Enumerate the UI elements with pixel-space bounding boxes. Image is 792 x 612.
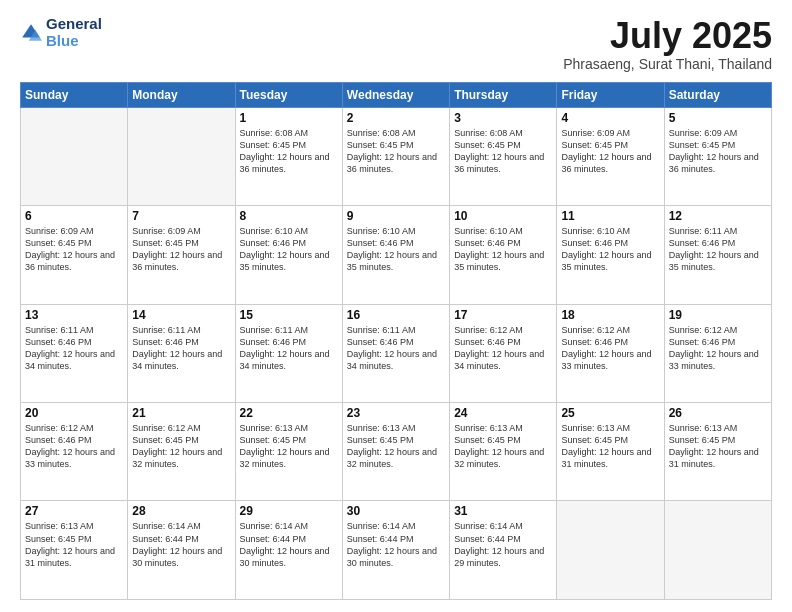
day-info: Sunrise: 6:09 AM Sunset: 6:45 PM Dayligh…: [25, 225, 123, 274]
calendar-cell: 20Sunrise: 6:12 AM Sunset: 6:46 PM Dayli…: [21, 403, 128, 501]
calendar-cell: 10Sunrise: 6:10 AM Sunset: 6:46 PM Dayli…: [450, 206, 557, 304]
calendar-cell: 25Sunrise: 6:13 AM Sunset: 6:45 PM Dayli…: [557, 403, 664, 501]
col-friday: Friday: [557, 82, 664, 107]
month-title: July 2025: [563, 16, 772, 56]
calendar-cell: 9Sunrise: 6:10 AM Sunset: 6:46 PM Daylig…: [342, 206, 449, 304]
day-number: 23: [347, 406, 445, 420]
calendar-cell: [557, 501, 664, 600]
calendar-cell: 4Sunrise: 6:09 AM Sunset: 6:45 PM Daylig…: [557, 107, 664, 205]
title-block: July 2025 Phrasaeng, Surat Thani, Thaila…: [563, 16, 772, 72]
day-number: 24: [454, 406, 552, 420]
day-number: 5: [669, 111, 767, 125]
col-saturday: Saturday: [664, 82, 771, 107]
day-number: 25: [561, 406, 659, 420]
day-info: Sunrise: 6:14 AM Sunset: 6:44 PM Dayligh…: [132, 520, 230, 569]
col-thursday: Thursday: [450, 82, 557, 107]
day-info: Sunrise: 6:11 AM Sunset: 6:46 PM Dayligh…: [669, 225, 767, 274]
day-number: 2: [347, 111, 445, 125]
calendar-cell: 6Sunrise: 6:09 AM Sunset: 6:45 PM Daylig…: [21, 206, 128, 304]
calendar-week-3: 20Sunrise: 6:12 AM Sunset: 6:46 PM Dayli…: [21, 403, 772, 501]
day-number: 1: [240, 111, 338, 125]
calendar-cell: 23Sunrise: 6:13 AM Sunset: 6:45 PM Dayli…: [342, 403, 449, 501]
day-number: 30: [347, 504, 445, 518]
subtitle: Phrasaeng, Surat Thani, Thailand: [563, 56, 772, 72]
day-info: Sunrise: 6:11 AM Sunset: 6:46 PM Dayligh…: [240, 324, 338, 373]
calendar-header-row: Sunday Monday Tuesday Wednesday Thursday…: [21, 82, 772, 107]
calendar-cell: 7Sunrise: 6:09 AM Sunset: 6:45 PM Daylig…: [128, 206, 235, 304]
calendar-cell: 2Sunrise: 6:08 AM Sunset: 6:45 PM Daylig…: [342, 107, 449, 205]
day-info: Sunrise: 6:13 AM Sunset: 6:45 PM Dayligh…: [240, 422, 338, 471]
calendar-cell: 14Sunrise: 6:11 AM Sunset: 6:46 PM Dayli…: [128, 304, 235, 402]
calendar-cell: 19Sunrise: 6:12 AM Sunset: 6:46 PM Dayli…: [664, 304, 771, 402]
calendar-cell: 1Sunrise: 6:08 AM Sunset: 6:45 PM Daylig…: [235, 107, 342, 205]
day-number: 6: [25, 209, 123, 223]
col-tuesday: Tuesday: [235, 82, 342, 107]
day-info: Sunrise: 6:13 AM Sunset: 6:45 PM Dayligh…: [454, 422, 552, 471]
day-info: Sunrise: 6:13 AM Sunset: 6:45 PM Dayligh…: [561, 422, 659, 471]
calendar-table: Sunday Monday Tuesday Wednesday Thursday…: [20, 82, 772, 600]
day-info: Sunrise: 6:12 AM Sunset: 6:46 PM Dayligh…: [25, 422, 123, 471]
day-info: Sunrise: 6:14 AM Sunset: 6:44 PM Dayligh…: [240, 520, 338, 569]
calendar-cell: 17Sunrise: 6:12 AM Sunset: 6:46 PM Dayli…: [450, 304, 557, 402]
day-number: 16: [347, 308, 445, 322]
calendar-cell: 15Sunrise: 6:11 AM Sunset: 6:46 PM Dayli…: [235, 304, 342, 402]
calendar-cell: 28Sunrise: 6:14 AM Sunset: 6:44 PM Dayli…: [128, 501, 235, 600]
col-monday: Monday: [128, 82, 235, 107]
day-info: Sunrise: 6:09 AM Sunset: 6:45 PM Dayligh…: [561, 127, 659, 176]
calendar-cell: 27Sunrise: 6:13 AM Sunset: 6:45 PM Dayli…: [21, 501, 128, 600]
day-number: 20: [25, 406, 123, 420]
day-number: 14: [132, 308, 230, 322]
calendar-cell: 30Sunrise: 6:14 AM Sunset: 6:44 PM Dayli…: [342, 501, 449, 600]
day-info: Sunrise: 6:11 AM Sunset: 6:46 PM Dayligh…: [132, 324, 230, 373]
day-number: 7: [132, 209, 230, 223]
logo-icon: [20, 22, 42, 44]
day-number: 3: [454, 111, 552, 125]
calendar-cell: 22Sunrise: 6:13 AM Sunset: 6:45 PM Dayli…: [235, 403, 342, 501]
day-info: Sunrise: 6:14 AM Sunset: 6:44 PM Dayligh…: [454, 520, 552, 569]
calendar-cell: 26Sunrise: 6:13 AM Sunset: 6:45 PM Dayli…: [664, 403, 771, 501]
calendar-week-4: 27Sunrise: 6:13 AM Sunset: 6:45 PM Dayli…: [21, 501, 772, 600]
day-number: 29: [240, 504, 338, 518]
day-number: 27: [25, 504, 123, 518]
col-sunday: Sunday: [21, 82, 128, 107]
calendar-cell: [664, 501, 771, 600]
day-info: Sunrise: 6:13 AM Sunset: 6:45 PM Dayligh…: [347, 422, 445, 471]
calendar-cell: 31Sunrise: 6:14 AM Sunset: 6:44 PM Dayli…: [450, 501, 557, 600]
day-number: 19: [669, 308, 767, 322]
calendar-week-0: 1Sunrise: 6:08 AM Sunset: 6:45 PM Daylig…: [21, 107, 772, 205]
day-info: Sunrise: 6:10 AM Sunset: 6:46 PM Dayligh…: [561, 225, 659, 274]
day-number: 15: [240, 308, 338, 322]
calendar-cell: [128, 107, 235, 205]
day-number: 13: [25, 308, 123, 322]
calendar-cell: 3Sunrise: 6:08 AM Sunset: 6:45 PM Daylig…: [450, 107, 557, 205]
day-info: Sunrise: 6:12 AM Sunset: 6:46 PM Dayligh…: [454, 324, 552, 373]
day-info: Sunrise: 6:10 AM Sunset: 6:46 PM Dayligh…: [347, 225, 445, 274]
day-number: 12: [669, 209, 767, 223]
calendar-cell: 18Sunrise: 6:12 AM Sunset: 6:46 PM Dayli…: [557, 304, 664, 402]
day-info: Sunrise: 6:10 AM Sunset: 6:46 PM Dayligh…: [454, 225, 552, 274]
day-number: 31: [454, 504, 552, 518]
day-number: 9: [347, 209, 445, 223]
day-number: 28: [132, 504, 230, 518]
day-info: Sunrise: 6:11 AM Sunset: 6:46 PM Dayligh…: [347, 324, 445, 373]
day-info: Sunrise: 6:09 AM Sunset: 6:45 PM Dayligh…: [669, 127, 767, 176]
day-info: Sunrise: 6:13 AM Sunset: 6:45 PM Dayligh…: [25, 520, 123, 569]
calendar-cell: 24Sunrise: 6:13 AM Sunset: 6:45 PM Dayli…: [450, 403, 557, 501]
day-number: 18: [561, 308, 659, 322]
calendar-cell: 11Sunrise: 6:10 AM Sunset: 6:46 PM Dayli…: [557, 206, 664, 304]
day-number: 4: [561, 111, 659, 125]
calendar-cell: 16Sunrise: 6:11 AM Sunset: 6:46 PM Dayli…: [342, 304, 449, 402]
calendar-cell: 29Sunrise: 6:14 AM Sunset: 6:44 PM Dayli…: [235, 501, 342, 600]
day-info: Sunrise: 6:08 AM Sunset: 6:45 PM Dayligh…: [347, 127, 445, 176]
day-info: Sunrise: 6:09 AM Sunset: 6:45 PM Dayligh…: [132, 225, 230, 274]
day-info: Sunrise: 6:11 AM Sunset: 6:46 PM Dayligh…: [25, 324, 123, 373]
logo-text: General Blue: [46, 16, 102, 49]
col-wednesday: Wednesday: [342, 82, 449, 107]
calendar-cell: 13Sunrise: 6:11 AM Sunset: 6:46 PM Dayli…: [21, 304, 128, 402]
day-info: Sunrise: 6:12 AM Sunset: 6:46 PM Dayligh…: [561, 324, 659, 373]
day-number: 17: [454, 308, 552, 322]
day-info: Sunrise: 6:10 AM Sunset: 6:46 PM Dayligh…: [240, 225, 338, 274]
logo: General Blue: [20, 16, 102, 49]
calendar-cell: 21Sunrise: 6:12 AM Sunset: 6:45 PM Dayli…: [128, 403, 235, 501]
day-number: 8: [240, 209, 338, 223]
